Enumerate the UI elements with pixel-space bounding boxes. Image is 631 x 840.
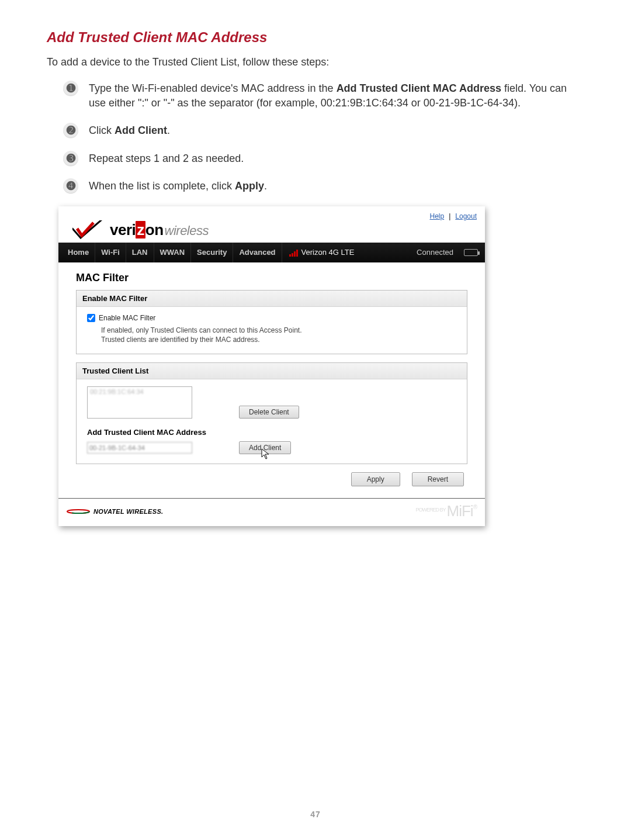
- add-mac-subheading: Add Trusted Client MAC Address: [87, 428, 456, 437]
- tab-security[interactable]: Security: [191, 243, 233, 262]
- mac-address-input[interactable]: [87, 442, 192, 454]
- step-text: Click Add Client.: [89, 123, 584, 138]
- help-link[interactable]: Help: [429, 212, 444, 220]
- tab-lan[interactable]: LAN: [126, 243, 154, 262]
- panel-note: If enabled, only Trusted Clients can con…: [87, 326, 456, 344]
- action-buttons: Apply Revert: [76, 472, 467, 486]
- content-area: MAC Filter Enable MAC Filter Enable MAC …: [58, 262, 485, 498]
- connection-status: Connected: [417, 248, 453, 257]
- tab-wifi[interactable]: Wi-Fi: [95, 243, 126, 262]
- step-number-badge: ➊: [63, 81, 78, 96]
- step-number-badge: ➌: [63, 151, 78, 166]
- carrier-status: Verizon 4G LTE: [289, 248, 355, 257]
- step-text: Type the Wi-Fi-enabled device's MAC addr…: [89, 81, 584, 110]
- novatel-logo: NOVATEL WIRELESS.: [67, 508, 163, 515]
- verizon-check-icon: [72, 220, 108, 239]
- top-links: Help | Logout: [58, 206, 485, 220]
- tab-home[interactable]: Home: [62, 243, 95, 262]
- page-number: 47: [0, 810, 631, 819]
- step-2: ➋ Click Add Client.: [63, 123, 584, 138]
- steps-list: ➊ Type the Wi-Fi-enabled device's MAC ad…: [47, 81, 584, 193]
- signal-bars-icon: [289, 248, 298, 257]
- enable-mac-filter-checkbox[interactable]: [87, 314, 95, 322]
- page-heading: MAC Filter: [76, 272, 467, 284]
- step-1: ➊ Type the Wi-Fi-enabled device's MAC ad…: [63, 81, 584, 110]
- revert-button[interactable]: Revert: [412, 472, 464, 486]
- panel-heading: Enable MAC Filter: [77, 291, 467, 307]
- trusted-client-listbox[interactable]: 00:21:9B:1C:64:34: [87, 386, 192, 419]
- enable-mac-filter-panel: Enable MAC Filter Enable MAC Filter If e…: [76, 290, 467, 354]
- nav-bar: Home Wi-Fi LAN WWAN Security Advanced Ve…: [58, 243, 485, 262]
- checkbox-label: Enable MAC Filter: [99, 314, 155, 322]
- battery-icon: [464, 249, 478, 256]
- panel-heading: Trusted Client List: [77, 363, 467, 379]
- tab-wwan[interactable]: WWAN: [154, 243, 192, 262]
- delete-client-button[interactable]: Delete Client: [239, 406, 299, 419]
- novatel-swoosh-icon: [67, 509, 90, 514]
- intro-text: To add a device to the Trusted Client Li…: [47, 56, 584, 68]
- brand-logo: verizonwireless: [58, 220, 485, 243]
- step-4: ➍ When the list is complete, click Apply…: [63, 179, 584, 193]
- verizon-text: verizonwireless: [110, 221, 209, 239]
- step-text: When the list is complete, click Apply.: [89, 179, 584, 193]
- mifi-logo: POWERED BY MiFi®: [416, 502, 477, 520]
- trusted-client-list-panel: Trusted Client List 00:21:9B:1C:64:34 De…: [76, 362, 467, 464]
- apply-button[interactable]: Apply: [351, 472, 400, 486]
- step-text: Repeat steps 1 and 2 as needed.: [89, 151, 584, 166]
- step-3: ➌ Repeat steps 1 and 2 as needed.: [63, 151, 584, 166]
- section-title: Add Trusted Client MAC Address: [47, 29, 584, 46]
- router-ui-screenshot: Help | Logout verizonwireless Home Wi-Fi…: [58, 206, 485, 526]
- step-number-badge: ➍: [63, 178, 78, 193]
- footer: NOVATEL WIRELESS. POWERED BY MiFi®: [58, 498, 485, 526]
- add-client-button[interactable]: Add Client: [239, 441, 291, 454]
- tab-advanced[interactable]: Advanced: [233, 243, 282, 262]
- logout-link[interactable]: Logout: [455, 212, 477, 220]
- step-number-badge: ➋: [63, 123, 78, 138]
